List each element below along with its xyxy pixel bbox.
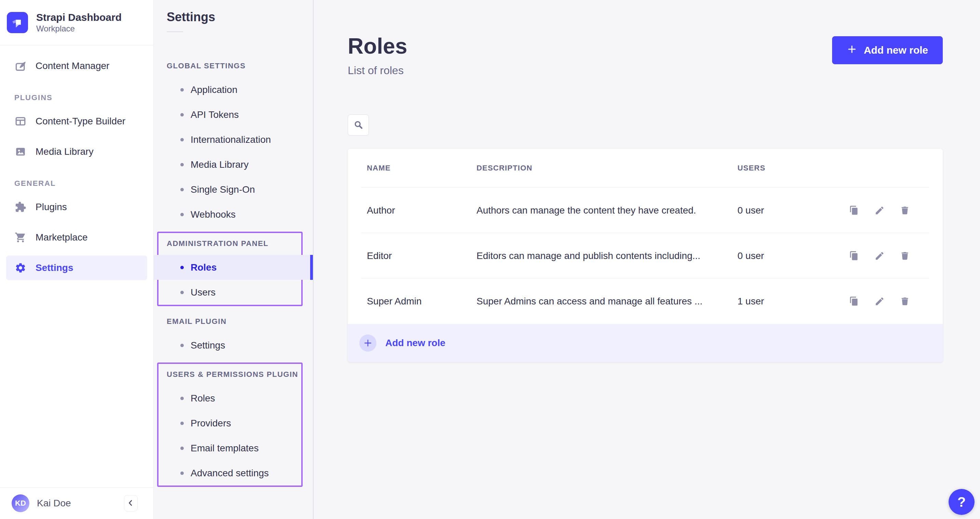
sidebar-item-content-manager[interactable]: Content Manager xyxy=(6,54,147,78)
subnav-item-admin-roles[interactable]: Roles xyxy=(154,255,313,280)
gear-icon xyxy=(14,262,27,274)
brand: Strapi Dashboard Workplace xyxy=(0,0,153,45)
sidebar-item-marketplace[interactable]: Marketplace xyxy=(6,225,147,250)
sidebar-item-label: Content Manager xyxy=(35,60,109,72)
subnav-item-up-email-templates[interactable]: Email templates xyxy=(154,436,313,460)
role-users-count: 0 user xyxy=(738,205,848,216)
sidebar-item-content-type-builder[interactable]: Content-Type Builder xyxy=(6,109,147,134)
subnav-item-webhooks[interactable]: Webhooks xyxy=(154,202,313,227)
subnav-item-label: Providers xyxy=(191,418,231,429)
main-content: Roles List of roles Add new role NAME xyxy=(313,0,980,519)
delete-icon[interactable] xyxy=(899,205,911,216)
sidebar-section-plugins: PLUGINS xyxy=(14,93,147,102)
cart-icon xyxy=(14,231,27,244)
bullet-icon xyxy=(180,266,184,269)
main-nav: Content Manager PLUGINS Content-Type Bui… xyxy=(0,45,153,280)
subnav-item-up-roles[interactable]: Roles xyxy=(154,386,313,411)
question-mark-icon: ? xyxy=(958,494,966,510)
edit-icon[interactable] xyxy=(874,250,885,262)
picture-icon xyxy=(14,146,27,158)
role-name: Editor xyxy=(367,250,477,261)
subnav-item-email-settings[interactable]: Settings xyxy=(154,333,313,358)
sidebar-section-general: GENERAL xyxy=(14,179,147,188)
column-header-users: USERS xyxy=(738,164,848,172)
role-users-count: 1 user xyxy=(738,296,848,307)
table-header-row: NAME DESCRIPTION USERS xyxy=(348,149,943,188)
roles-table: NAME DESCRIPTION USERS Author Authors ca… xyxy=(348,149,943,362)
divider xyxy=(167,32,183,32)
subnav-item-up-providers[interactable]: Providers xyxy=(154,411,313,436)
bullet-icon xyxy=(180,138,184,142)
subnav-item-api-tokens[interactable]: API Tokens xyxy=(154,102,313,127)
role-name: Author xyxy=(367,205,477,216)
row-actions xyxy=(848,205,924,216)
role-name: Super Admin xyxy=(367,296,477,307)
add-new-role-button[interactable]: Add new role xyxy=(832,36,943,64)
row-actions xyxy=(848,296,924,307)
plus-icon xyxy=(847,44,857,57)
edit-icon[interactable] xyxy=(874,205,885,216)
sidebar-item-label: Marketplace xyxy=(35,232,88,243)
table-row: Super Admin Super Admins can access and … xyxy=(348,279,943,324)
subnav-item-media-library[interactable]: Media Library xyxy=(154,152,313,177)
column-header-name: NAME xyxy=(367,164,477,172)
delete-icon[interactable] xyxy=(899,250,911,262)
app-title: Strapi Dashboard xyxy=(36,11,122,24)
subnav-group-label: GLOBAL SETTINGS xyxy=(167,61,313,71)
help-button[interactable]: ? xyxy=(948,489,975,515)
subnav-item-internationalization[interactable]: Internationalization xyxy=(154,127,313,152)
sidebar-item-plugins[interactable]: Plugins xyxy=(6,195,147,219)
subnav-item-admin-users[interactable]: Users xyxy=(154,280,313,305)
subnav-item-label: API Tokens xyxy=(191,109,239,120)
subnav-item-label: Internationalization xyxy=(191,134,271,145)
duplicate-icon[interactable] xyxy=(848,250,860,262)
column-header-description: DESCRIPTION xyxy=(477,164,738,172)
sidebar-item-label: Media Library xyxy=(35,146,94,157)
main-sidebar: Strapi Dashboard Workplace Content Manag… xyxy=(0,0,154,519)
bullet-icon xyxy=(180,447,184,450)
subnav-item-label: Webhooks xyxy=(191,209,236,220)
role-description: Editors can manage and publish contents … xyxy=(477,250,738,261)
sidebar-user-area: KD Kai Doe xyxy=(0,487,153,519)
settings-subnav: Settings GLOBAL SETTINGS Application API… xyxy=(154,0,313,519)
workspace-name: Workplace xyxy=(36,24,122,34)
table-add-new-role-row[interactable]: Add new role xyxy=(348,324,943,362)
subnav-group-label: USERS & PERMISSIONS PLUGIN xyxy=(167,369,313,380)
edit-icon[interactable] xyxy=(874,296,885,307)
subnav-item-label: Roles xyxy=(191,393,215,404)
table-row: Editor Editors can manage and publish co… xyxy=(348,233,943,279)
subnav-item-label: Application xyxy=(191,84,237,96)
role-description: Super Admins can access and manage all f… xyxy=(477,296,738,307)
collapse-sidebar-button[interactable] xyxy=(124,495,138,511)
subnav-group-global-settings: GLOBAL SETTINGS Application API Tokens I… xyxy=(154,61,313,227)
subnav-group-label: EMAIL PLUGIN xyxy=(167,317,313,326)
puzzle-icon xyxy=(14,201,27,213)
subnav-item-label: Roles xyxy=(191,262,216,273)
search-icon xyxy=(353,119,363,131)
duplicate-icon[interactable] xyxy=(848,205,860,216)
page-header-text: Roles List of roles xyxy=(348,34,407,77)
subnav-item-up-advanced-settings[interactable]: Advanced settings xyxy=(154,460,313,486)
subnav-item-label: Users xyxy=(191,287,216,298)
subnav-item-label: Advanced settings xyxy=(191,468,269,479)
sidebar-item-label: Settings xyxy=(35,263,73,273)
sidebar-item-settings[interactable]: Settings xyxy=(6,256,147,280)
add-new-role-button-label: Add new role xyxy=(864,45,928,56)
duplicate-icon[interactable] xyxy=(848,296,860,307)
bullet-icon xyxy=(180,471,184,475)
strapi-logo-icon xyxy=(7,12,28,33)
layout-icon xyxy=(14,115,27,127)
sidebar-item-label: Plugins xyxy=(35,202,67,213)
app-root: Strapi Dashboard Workplace Content Manag… xyxy=(0,0,980,519)
bullet-icon xyxy=(180,113,184,116)
subnav-item-application[interactable]: Application xyxy=(154,77,313,102)
search-button[interactable] xyxy=(348,115,369,135)
table-row: Author Authors can manage the content th… xyxy=(348,188,943,233)
sidebar-item-media-library[interactable]: Media Library xyxy=(6,139,147,164)
subnav-item-label: Single Sign-On xyxy=(191,184,255,195)
subnav-item-single-sign-on[interactable]: Single Sign-On xyxy=(154,177,313,202)
page-title: Roles xyxy=(348,34,407,58)
sidebar-item-label: Content-Type Builder xyxy=(35,116,126,127)
delete-icon[interactable] xyxy=(899,296,911,307)
subnav-item-label: Media Library xyxy=(191,159,249,170)
